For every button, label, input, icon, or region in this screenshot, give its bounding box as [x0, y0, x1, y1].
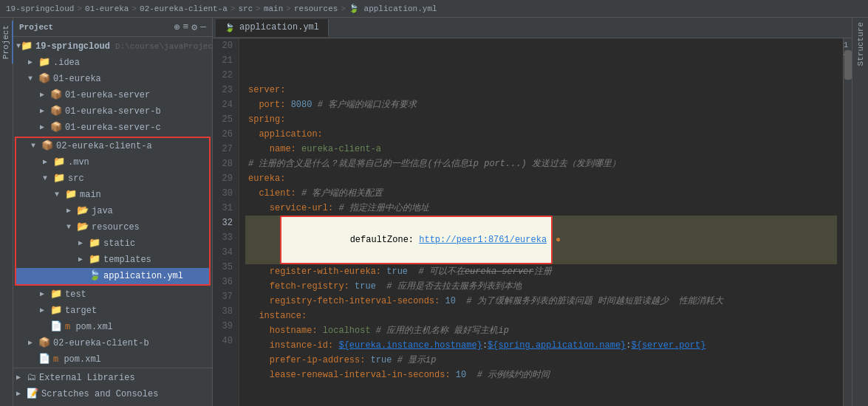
ln-20: 20 — [216, 38, 233, 53]
ln-36: 36 — [216, 275, 233, 289]
code-line-38: instance-id: ${eureka.instance.hostname}… — [245, 338, 837, 353]
tab-label: application.yml — [239, 22, 319, 32]
tree-item-target[interactable]: ▶ 📁 target — [13, 303, 212, 319]
sidebar-header-icons: ⊕ ≡ ⚙ — — [174, 21, 206, 33]
token-server: server: — [248, 83, 285, 97]
code-line-29: eureka: — [245, 171, 837, 186]
tree-item-02-eureka-client-b[interactable]: ▶ 📦 02-eureka-client-b — [13, 335, 212, 351]
tree-item-templates[interactable]: ▶ 📁 templates — [16, 252, 209, 268]
breadcrumb-sep-6: > — [341, 4, 346, 13]
code-line-33: register-with-eureka: true # 可以不在eureka-… — [245, 264, 837, 279]
code-line-35: registry-fetch-interval-seconds: 10 # 为了… — [245, 294, 837, 309]
defaultzone-highlight: defaultZone: http://peer1:8761/eureka — [280, 216, 553, 264]
settings-icon[interactable]: ⚙ — [191, 21, 197, 33]
breadcrumb-sep-5: > — [286, 4, 291, 13]
editor-content: 20 21 22 23 24 25 26 27 28 29 30 31 32 3… — [213, 38, 852, 406]
tree-item-01-eureka-server-c[interactable]: ▶ 📦 01-eureka-server-c — [13, 120, 212, 136]
close-icon[interactable]: — — [200, 21, 206, 33]
code-content[interactable]: server: port: 8080 # 客户端的端口没有要求 spring: … — [239, 38, 843, 406]
code-line-37: hostname: localhost # 应用的主机名称 最好写主机ip — [245, 323, 837, 338]
ln-22: 22 — [216, 68, 233, 83]
tab-bar: 🍃 application.yml — [213, 18, 852, 38]
tree-item-root[interactable]: ▼ 📁 19-springcloud D:\course\javaProject… — [13, 38, 212, 55]
left-panel-tabs: Project — [0, 18, 13, 406]
ln-33: 33 — [216, 230, 233, 245]
ln-23: 23 — [216, 83, 233, 97]
breadcrumb-item-7[interactable]: 🍃 application.yml — [349, 4, 437, 13]
project-tab[interactable]: Project — [0, 21, 13, 63]
ln-31: 31 — [216, 201, 233, 216]
code-line-36: instance: — [245, 309, 837, 323]
code-line-28: # 注册的含义是什么？就是将自己的一些信息(什么信息ip port...) 发送… — [245, 156, 837, 171]
code-line-22 — [245, 68, 837, 83]
bullet-icon: ● — [556, 233, 561, 247]
code-line-40: lease-renewal-interval-in-seconds: 10 # … — [245, 368, 837, 382]
tree-item-pom-client-a[interactable]: 📄 m pom.xml — [13, 319, 212, 335]
yaml-icon: 🍃 — [225, 23, 235, 32]
sidebar-header: Project ⊕ ≡ ⚙ — — [13, 18, 212, 37]
code-line-24: port: 8080 # 客户端的端口没有要求 — [245, 97, 837, 112]
ln-40: 40 — [216, 334, 233, 348]
tree-item-mvn[interactable]: ▶ 📁 .mvn — [16, 154, 209, 171]
scroll-thumb[interactable] — [844, 50, 852, 80]
code-line-27: name: eureka-client-a — [245, 142, 837, 156]
breadcrumb-sep-3: > — [230, 4, 236, 13]
editor-area: 🍃 application.yml 20 21 22 23 24 25 26 2… — [213, 18, 852, 406]
code-line-20 — [245, 38, 837, 53]
tree-item-application-yml[interactable]: 🍃 application.yml — [16, 268, 209, 284]
breadcrumb-item-5[interactable]: main — [264, 4, 283, 13]
code-line-21 — [245, 53, 837, 68]
tree-item-main[interactable]: ▼ 📁 main — [16, 187, 209, 203]
tree-item-resources[interactable]: ▼ 📂 resources — [16, 219, 209, 235]
red-border-section: ▼ 📦 02-eureka-client-a ▶ 📁 .mvn ▼ 📁 src — [15, 137, 211, 286]
sidebar: Project ⊕ ≡ ⚙ — ▼ 📁 19-springcloud D:\co… — [13, 18, 213, 406]
editor-scrollbar[interactable]: 1 ▲ — [843, 38, 852, 406]
tree-item-test[interactable]: ▶ 📁 test — [13, 286, 212, 303]
ln-37: 37 — [216, 289, 233, 304]
right-strip: Structure — [852, 18, 868, 406]
code-line-25: spring: — [245, 112, 837, 127]
add-icon[interactable]: ⊕ — [174, 21, 180, 33]
breadcrumb-item-2[interactable]: 01-eureka — [85, 4, 129, 13]
tree-item-pom-main[interactable]: 📄 m pom.xml — [13, 351, 212, 368]
tree-item-01-eureka[interactable]: ▼ 📦 01-eureka — [13, 71, 212, 87]
editor-tab-application-yml[interactable]: 🍃 application.yml — [216, 19, 329, 37]
tree-item-idea[interactable]: ▶ 📁 .idea — [13, 55, 212, 71]
ln-25: 25 — [216, 112, 233, 127]
ln-35: 35 — [216, 260, 233, 275]
tree-item-02-eureka-client-a[interactable]: ▼ 📦 02-eureka-client-a — [16, 138, 209, 154]
tree-item-01-eureka-server[interactable]: ▶ 📦 01-eureka-server — [13, 87, 212, 103]
breadcrumb-item-4[interactable]: src — [239, 4, 253, 13]
code-line-39: prefer-ip-address: true # 显示ip — [245, 353, 837, 368]
tree-item-src[interactable]: ▼ 📁 src — [16, 171, 209, 187]
ln-26: 26 — [216, 127, 233, 142]
list-icon[interactable]: ≡ — [183, 21, 189, 33]
breadcrumb-item-3[interactable]: 02-eureka-client-a — [140, 4, 228, 13]
code-line-30: client: # 客户端的相关配置 — [245, 186, 837, 201]
tree-item-static[interactable]: ▶ 📁 static — [16, 235, 209, 252]
ln-38: 38 — [216, 304, 233, 319]
tree-item-external-libraries[interactable]: ▶ 🗂 External Libraries — [13, 370, 212, 386]
code-line-34: fetch-registry: true # 应用是否去拉去服务列表到本地 — [245, 279, 837, 294]
ln-39: 39 — [216, 319, 233, 334]
breadcrumb-bar: 19-springcloud > 01-eureka > 02-eureka-c… — [0, 0, 868, 18]
ln-27: 27 — [216, 142, 233, 156]
code-line-23: server: — [245, 83, 837, 97]
code-line-26: application: — [245, 127, 837, 142]
breadcrumb-sep-4: > — [256, 4, 261, 13]
tree-item-java[interactable]: ▶ 📂 java — [16, 203, 209, 219]
tree-item-01-eureka-server-b[interactable]: ▶ 📦 01-eureka-server-b — [13, 103, 212, 120]
sidebar-bottom: ▶ 🗂 External Libraries ▶ 📝 Scratches and… — [13, 368, 212, 404]
ln-24: 24 — [216, 97, 233, 112]
ln-30: 30 — [216, 186, 233, 201]
ln-29: 29 — [216, 171, 233, 186]
line-numbers: 20 21 22 23 24 25 26 27 28 29 30 31 32 3… — [213, 38, 239, 406]
tree-item-scratches[interactable]: ▶ 📝 Scratches and Consoles — [13, 386, 212, 402]
ln-28: 28 — [216, 156, 233, 171]
breadcrumb-item-1[interactable]: 19-springcloud — [6, 4, 74, 13]
breadcrumb-item-6[interactable]: resources — [294, 4, 338, 13]
structure-tab[interactable]: Structure — [855, 18, 867, 70]
code-line-31: service-url: # 指定注册中心的地址 — [245, 201, 837, 216]
main-area: Project Project ⊕ ≡ ⚙ — ▼ 📁 19-springclo… — [0, 18, 868, 406]
ln-34: 34 — [216, 245, 233, 260]
